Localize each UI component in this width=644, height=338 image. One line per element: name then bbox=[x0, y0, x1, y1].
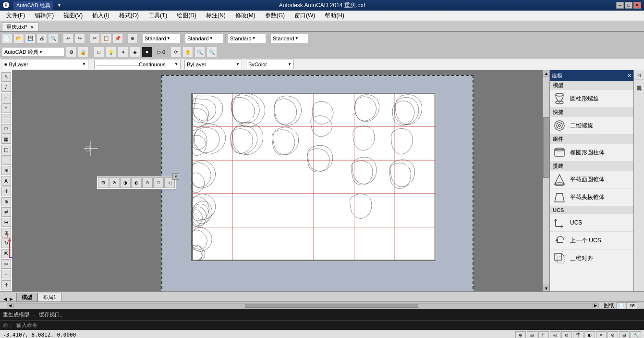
layer-btn[interactable]: ◈ bbox=[130, 47, 140, 57]
model-btn[interactable]: 中 bbox=[573, 331, 583, 338]
open-button[interactable]: 📂 bbox=[13, 33, 24, 44]
rp-item-cone[interactable]: 平截面圆锥体 bbox=[550, 171, 633, 188]
dim-style-dropdown[interactable]: Standard ▼ bbox=[185, 34, 223, 43]
snap-toggle[interactable]: □ bbox=[94, 47, 104, 57]
tab-model[interactable]: 模型 bbox=[16, 293, 37, 301]
minimize-button[interactable]: ─ bbox=[616, 2, 624, 9]
menu-edit[interactable]: 编辑(E) bbox=[30, 10, 58, 21]
menu-insert[interactable]: 插入(I) bbox=[88, 10, 113, 21]
tptrans-btn[interactable]: ⊘ bbox=[608, 331, 618, 338]
rectangle-button[interactable]: □ bbox=[1, 124, 11, 134]
workspace-dropdown[interactable]: AutoCAD 经典 bbox=[13, 1, 53, 10]
scroll-up-button[interactable]: ▲ bbox=[543, 70, 549, 77]
light-btn[interactable]: 💡 bbox=[106, 47, 116, 57]
model-icon[interactable]: 🗺 bbox=[627, 302, 637, 309]
redo-button[interactable]: ↪ bbox=[74, 33, 85, 44]
pan-btn[interactable]: ✋ bbox=[182, 47, 193, 57]
lineweight-btn[interactable]: ≡ bbox=[596, 331, 607, 338]
ft-btn-3[interactable]: ◑ bbox=[120, 177, 131, 188]
sun-btn[interactable]: ☀ bbox=[118, 47, 128, 57]
menu-format[interactable]: 格式(O) bbox=[115, 10, 143, 21]
plot-style-dropdown[interactable]: Standard ▼ bbox=[270, 34, 309, 43]
cut-button[interactable]: ✂ bbox=[89, 33, 100, 44]
copy-obj-button[interactable]: ⊕ bbox=[1, 197, 11, 207]
new-button[interactable]: 📄 bbox=[2, 33, 12, 44]
menu-tools[interactable]: 工具(T) bbox=[144, 10, 171, 21]
document-tab-close[interactable]: ✕ bbox=[30, 25, 34, 30]
workspace-settings[interactable]: ⚙ bbox=[66, 47, 76, 57]
v-scroll-thumb[interactable] bbox=[543, 117, 549, 178]
orbit-btn[interactable]: ⟳ bbox=[170, 47, 181, 57]
undo-button[interactable]: ↩ bbox=[63, 33, 73, 44]
scroll-left-button[interactable]: ◀ bbox=[7, 303, 13, 308]
mirror-button[interactable]: ⇌ bbox=[1, 207, 11, 217]
paper-icon[interactable]: 📄 bbox=[616, 302, 627, 309]
ft-btn-1[interactable]: ⊞ bbox=[98, 177, 109, 188]
paste-button[interactable]: 📌 bbox=[112, 33, 123, 44]
lineweight-dropdown[interactable]: ByLayer ▼ bbox=[184, 60, 242, 69]
ft-btn-5[interactable]: ⊙ bbox=[142, 177, 153, 188]
zoom-out[interactable]: 🔍 bbox=[207, 47, 217, 57]
h-scroll-thumb[interactable] bbox=[245, 304, 418, 308]
all-views-label[interactable]: 所有说视图 bbox=[634, 80, 644, 84]
grid-btn[interactable]: ⊞ bbox=[527, 331, 537, 338]
rp-item-prev-ucs[interactable]: 上一个 UCS bbox=[550, 232, 633, 250]
insert-button[interactable]: ⊞ bbox=[1, 166, 11, 175]
line-button[interactable]: / bbox=[1, 83, 11, 92]
polar-btn[interactable]: ◎ bbox=[550, 331, 560, 338]
menu-modify[interactable]: 修改(M) bbox=[231, 10, 260, 21]
move-button[interactable]: ✛ bbox=[1, 187, 11, 196]
save-button[interactable]: 💾 bbox=[25, 33, 36, 44]
ft-btn-2[interactable]: ⊘ bbox=[109, 177, 120, 188]
layer-color[interactable]: ■ bbox=[142, 47, 152, 57]
arc-button[interactable]: ⌒ bbox=[1, 114, 11, 124]
table-style-dropdown[interactable]: Standard ▼ bbox=[228, 34, 266, 43]
scroll-right-button[interactable]: ▶ bbox=[592, 303, 599, 308]
zoom-btn[interactable]: 🔍 bbox=[194, 47, 205, 57]
workspace-dropdown[interactable]: AutoCAD 经典 ▼ bbox=[2, 47, 64, 57]
match-prop[interactable]: ⊕ bbox=[127, 33, 138, 44]
floating-toolbar-close[interactable]: ✕ bbox=[172, 173, 179, 180]
maximize-button[interactable]: □ bbox=[625, 2, 632, 9]
offset-button[interactable]: ↦ bbox=[1, 218, 11, 227]
tab-prev-button[interactable]: ◀ bbox=[2, 297, 8, 301]
plot-preview[interactable]: 🔍 bbox=[48, 33, 59, 44]
document-tab[interactable]: 重庆.dxf* ✕ bbox=[2, 23, 38, 31]
ft-btn-6[interactable]: □ bbox=[153, 177, 164, 188]
scroll-down-button[interactable]: ▼ bbox=[543, 285, 549, 291]
region-button[interactable]: ◫ bbox=[1, 145, 11, 154]
attdef-button[interactable]: A bbox=[1, 176, 11, 186]
snap-btn[interactable]: ⊕ bbox=[515, 331, 526, 338]
menu-window[interactable]: 窗口(W) bbox=[290, 10, 319, 21]
right-panel-close-button[interactable]: ✕ bbox=[627, 73, 632, 79]
ft-btn-4[interactable]: ◐ bbox=[131, 177, 142, 188]
dynmode-btn[interactable]: ◐ bbox=[584, 331, 595, 338]
tab-layout1[interactable]: 布局1 bbox=[37, 293, 61, 301]
menu-params[interactable]: 参数(G) bbox=[261, 10, 289, 21]
menu-help[interactable]: 帮助(H) bbox=[320, 10, 349, 21]
qprop-btn[interactable]: ⊟ bbox=[619, 331, 630, 338]
plot-button[interactable]: 🖨 bbox=[36, 33, 47, 44]
workspace-lock[interactable]: 🔒 bbox=[78, 47, 88, 57]
osnap-btn[interactable]: ⊙ bbox=[561, 331, 572, 338]
circle-button[interactable]: ○ bbox=[1, 103, 11, 113]
plotstyle-dropdown[interactable]: ByColor ▼ bbox=[246, 60, 294, 69]
rp-item-frustum[interactable]: 平截头棱锥体 bbox=[550, 188, 633, 206]
canvas-area[interactable]: ✕ ⊞ ⊘ ◑ ◐ ⊙ □ ◁ ▲ ▼ bbox=[12, 70, 549, 291]
linetype-dropdown[interactable]: ———————— Continuous ▼ bbox=[94, 60, 181, 69]
menu-dimension[interactable]: 标注(N) bbox=[202, 10, 230, 21]
close-button[interactable]: ✕ bbox=[633, 2, 641, 9]
text-style-dropdown[interactable]: Standard ▼ bbox=[142, 34, 181, 43]
ortho-btn[interactable]: ⊢ bbox=[538, 331, 549, 338]
polyline-button[interactable]: ⌐ bbox=[1, 93, 11, 102]
right-scrollbar[interactable]: ▲ ▼ bbox=[543, 70, 549, 291]
rp-item-3d-align[interactable]: 三维对齐 bbox=[550, 250, 633, 267]
menu-draw[interactable]: 绘图(D) bbox=[172, 10, 201, 21]
extend-button[interactable]: → bbox=[1, 270, 11, 279]
rp-item-2d-helix[interactable]: 二维螺旋 bbox=[550, 117, 633, 135]
bylayer-dropdown[interactable]: ■ ByLayer ▼ bbox=[2, 60, 88, 69]
rp-item-ellipse-cyl[interactable]: 椭圆形圆柱体 bbox=[550, 144, 633, 162]
h-scrollbar[interactable]: ◀ ▶ 图纸 📄 🗺 bbox=[0, 302, 644, 309]
pick-button[interactable]: ↖ bbox=[1, 72, 11, 82]
text-button[interactable]: T bbox=[1, 155, 11, 165]
